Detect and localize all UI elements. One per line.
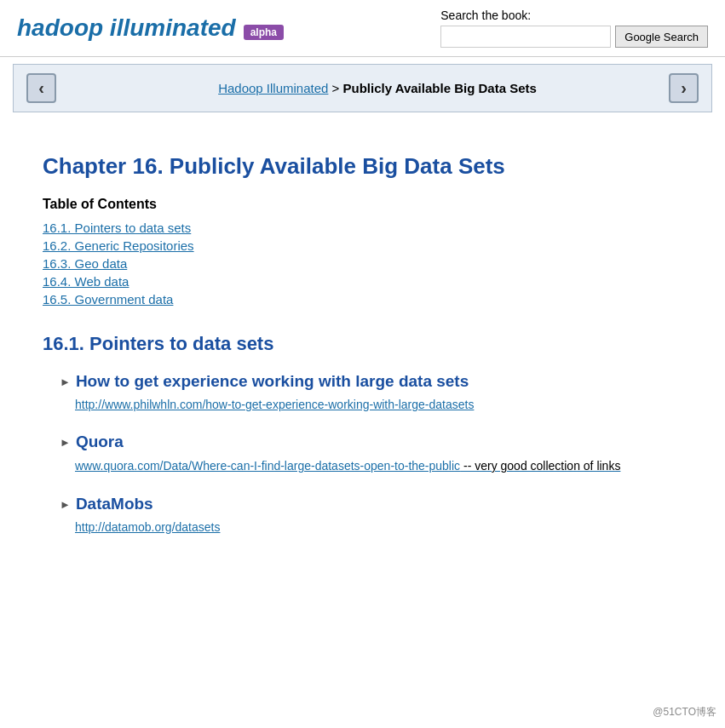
logo-text: hadoop illuminated — [17, 14, 236, 41]
subsection-link-1[interactable]: http://www.philwhln.com/how-to-get-exper… — [75, 398, 682, 411]
breadcrumb-separator: > — [328, 81, 342, 95]
breadcrumb-link[interactable]: Hadoop Illuminated — [218, 81, 328, 95]
search-area: Search the book: Google Search — [440, 9, 708, 48]
subsection-title-3: DataMobs — [76, 495, 153, 513]
list-item: 16.2. Generic Repositories — [43, 238, 682, 254]
toc-link-2[interactable]: 16.2. Generic Repositories — [43, 238, 194, 253]
toc-link-5[interactable]: 16.5. Government data — [43, 292, 173, 307]
subsection-title-2: Quora — [76, 433, 124, 451]
subsection-title-row-1: ► How to get experience working with lar… — [60, 372, 682, 391]
search-row: Google Search — [440, 26, 708, 48]
alpha-badge: alpha — [244, 25, 284, 40]
nav-bar: ‹ Hadoop Illuminated > Publicly Availabl… — [13, 64, 712, 112]
subsection-1: ► How to get experience working with lar… — [60, 372, 682, 411]
toc-link-3[interactable]: 16.3. Geo data — [43, 256, 127, 271]
section-heading-1: 16.1. Pointers to data sets — [43, 333, 682, 355]
section-16-1: 16.1. Pointers to data sets ► How to get… — [43, 333, 682, 534]
subsection-title-row-3: ► DataMobs — [60, 495, 682, 513]
breadcrumb-current: Publicly Available Big Data Sets — [343, 81, 537, 95]
toc-heading: Table of Contents — [43, 197, 682, 212]
list-item: 16.5. Government data — [43, 292, 682, 307]
subsection-title-row-2: ► Quora — [60, 433, 682, 451]
list-item: 16.1. Pointers to data sets — [43, 221, 682, 236]
subsection-title-1: How to get experience working with large… — [76, 372, 469, 391]
subsection-extra-text-2: -- very good collection of links — [463, 459, 620, 473]
subsection-2: ► Quora www.quora.com/Data/Where-can-I-f… — [60, 433, 682, 473]
arrow-icon-1: ► — [60, 375, 71, 389]
search-label: Search the book: — [440, 9, 531, 22]
logo-area: hadoop illuminated alpha — [17, 14, 440, 42]
subsection-3: ► DataMobs http://datamob.org/datasets — [60, 495, 682, 534]
next-button[interactable]: › — [669, 73, 699, 103]
toc-link-1[interactable]: 16.1. Pointers to data sets — [43, 221, 191, 235]
subsection-link-2-wrapper: www.quora.com/Data/Where-can-I-find-larg… — [75, 459, 620, 473]
main-content: Chapter 16. Publicly Available Big Data … — [0, 119, 725, 589]
subsection-link-2[interactable]: www.quora.com/Data/Where-can-I-find-larg… — [75, 459, 460, 473]
header: hadoop illuminated alpha Search the book… — [0, 0, 725, 57]
subsection-link-3[interactable]: http://datamob.org/datasets — [75, 520, 682, 534]
toc-link-4[interactable]: 16.4. Web data — [43, 274, 129, 289]
list-item: 16.4. Web data — [43, 274, 682, 289]
search-button[interactable]: Google Search — [615, 26, 708, 48]
toc-list: 16.1. Pointers to data sets 16.2. Generi… — [43, 221, 682, 307]
chapter-title: Chapter 16. Publicly Available Big Data … — [43, 153, 682, 180]
breadcrumb: Hadoop Illuminated > Publicly Available … — [56, 81, 699, 95]
prev-button[interactable]: ‹ — [26, 73, 56, 103]
search-input[interactable] — [440, 26, 611, 48]
arrow-icon-3: ► — [60, 498, 71, 512]
list-item: 16.3. Geo data — [43, 256, 682, 272]
arrow-icon-2: ► — [60, 436, 71, 450]
